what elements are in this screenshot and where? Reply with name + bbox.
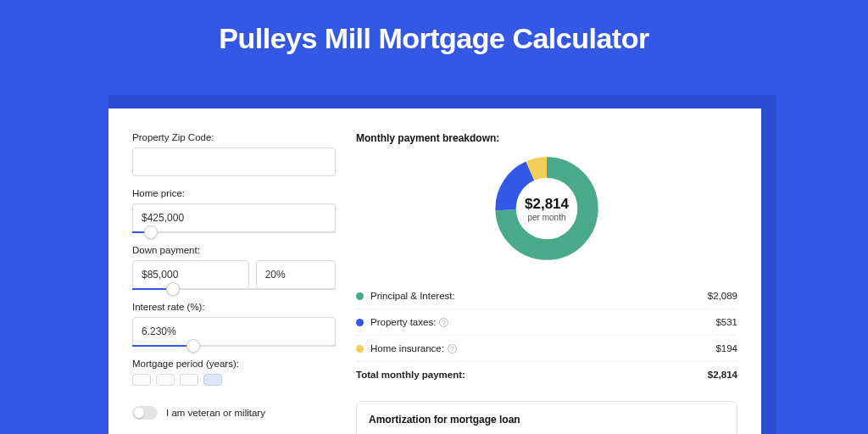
amortization-box: Amortization for mortgage loan Amortizat…: [356, 401, 737, 434]
interest-rate-slider[interactable]: [132, 345, 336, 347]
down-payment-input[interactable]: [132, 260, 249, 289]
period-button[interactable]: [180, 374, 198, 386]
result-column: Monthly payment breakdown: $2,814 per mo…: [356, 132, 737, 434]
slider-thumb[interactable]: [166, 282, 180, 296]
zip-label: Property Zip Code:: [132, 132, 336, 142]
slider-fill: [132, 345, 193, 347]
home-price-input[interactable]: [132, 203, 336, 232]
donut-sub: per month: [525, 213, 569, 222]
form-column: Property Zip Code: Home price: Down paym…: [132, 132, 336, 434]
breakdown-total-row: Total monthly payment: $2,814: [356, 361, 737, 387]
total-value: $2,814: [708, 370, 737, 380]
donut-center: $2,814 per month: [525, 196, 569, 222]
down-payment-label: Down payment:: [132, 245, 336, 255]
slider-thumb[interactable]: [186, 339, 200, 353]
legend-dot: [356, 292, 364, 300]
total-label: Total monthly payment:: [356, 370, 708, 380]
veteran-row: I am veteran or military: [132, 406, 336, 420]
breakdown-value: $531: [715, 317, 737, 327]
veteran-label: I am veteran or military: [166, 408, 265, 418]
period-button[interactable]: [203, 374, 222, 386]
legend-dot: [356, 345, 364, 353]
zip-input[interactable]: [132, 147, 336, 176]
breakdown-label: Principal & Interest:: [370, 291, 708, 301]
donut-value: $2,814: [525, 196, 569, 213]
down-payment-slider[interactable]: [132, 288, 336, 290]
veteran-toggle[interactable]: [132, 406, 158, 420]
breakdown-label: Home insurance: ?: [370, 343, 715, 353]
breakdown-row: Home insurance: ? $194: [356, 335, 737, 361]
page-title: Pulleys Mill Mortgage Calculator: [0, 0, 868, 74]
home-price-label: Home price:: [132, 188, 336, 198]
home-price-slider[interactable]: [132, 231, 336, 233]
breakdown-value: $2,089: [708, 291, 737, 301]
interest-rate-input[interactable]: [132, 317, 336, 346]
breakdown-row: Principal & Interest: $2,089: [356, 283, 737, 309]
period-buttons: [132, 374, 336, 386]
period-button[interactable]: [132, 374, 151, 386]
interest-rate-label: Interest rate (%):: [132, 302, 336, 312]
breakdown-label: Property taxes: ?: [370, 317, 715, 327]
down-payment-pct-input[interactable]: [256, 260, 336, 289]
period-label: Mortgage period (years):: [132, 359, 336, 369]
amortization-title: Amortization for mortgage loan: [369, 414, 725, 426]
help-icon[interactable]: ?: [439, 318, 448, 327]
breakdown-row: Property taxes: ? $531: [356, 309, 737, 335]
down-payment-row: [132, 260, 336, 289]
legend-dot: [356, 319, 364, 326]
help-icon[interactable]: ?: [448, 344, 457, 353]
donut-wrap: $2,814 per month: [356, 154, 737, 263]
calculator-card: Property Zip Code: Home price: Down paym…: [108, 108, 761, 434]
breakdown-list: Principal & Interest: $2,089 Property ta…: [356, 283, 737, 361]
breakdown-title: Monthly payment breakdown:: [356, 132, 737, 144]
donut-chart: $2,814 per month: [492, 154, 601, 263]
slider-thumb[interactable]: [144, 225, 158, 239]
period-button[interactable]: [156, 374, 175, 386]
breakdown-value: $194: [715, 343, 737, 353]
